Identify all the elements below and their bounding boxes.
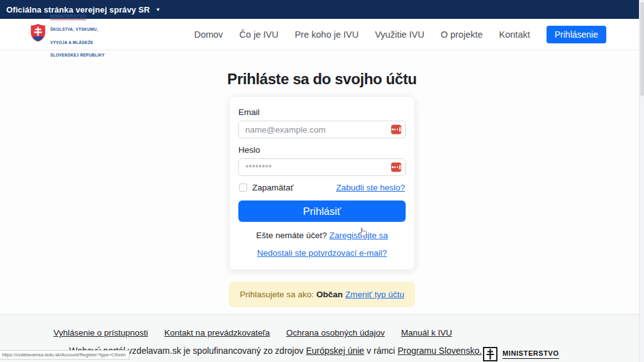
remember-label: Zapamätať xyxy=(252,183,294,192)
register-prompt: Ešte nemáte účet? xyxy=(256,231,327,240)
footer-ministry-logo: MINISTERSTVO ŠKOLSTVA, VÝSKUMU, xyxy=(483,347,577,362)
footer-link-manual[interactable]: Manuál k IVU xyxy=(401,328,452,337)
remember-checkbox[interactable] xyxy=(239,184,247,192)
footer-link-accessibility[interactable]: Vyhlásenie o prístupnosti xyxy=(53,328,148,337)
main-nav: Domov Čo je IVU Pre koho je IVU Využitie… xyxy=(194,26,606,43)
email-field[interactable] xyxy=(238,121,406,138)
login-nav-button[interactable]: Prihlásenie xyxy=(547,26,606,43)
password-label: Heslo xyxy=(238,145,406,155)
program-slovensko-link[interactable]: Programu Slovensko. xyxy=(397,346,482,356)
nav-item-co-je-ivu[interactable]: Čo je IVU xyxy=(240,30,279,40)
account-type-value: Občan xyxy=(316,290,343,299)
password-manager-extension-icon[interactable] xyxy=(391,125,401,134)
login-card: Email Heslo Zapamätať Zabudli ste heslo?… xyxy=(229,96,415,270)
mouse-cursor xyxy=(358,228,367,240)
nav-item-kontakt[interactable]: Kontakt xyxy=(499,30,530,40)
page-title: Prihláste sa do svojho účtu xyxy=(0,50,644,88)
account-type-notice: Prihlasujete sa ako:ObčanZmeniť typ účtu xyxy=(229,282,415,307)
password-manager-extension-icon[interactable] xyxy=(391,163,401,172)
nav-item-domov[interactable]: Domov xyxy=(194,30,223,40)
ministry-name: MINISTERSTVO xyxy=(50,13,86,20)
footer-ministry-name: MINISTERSTVO xyxy=(502,349,559,359)
email-label: Email xyxy=(238,107,406,117)
nav-item-o-projekte[interactable]: O projekte xyxy=(441,30,483,40)
funding-statement: Webový portál vzdelavam.sk je spolufinan… xyxy=(69,346,482,356)
ministry-line-1: ŠKOLSTVA, VÝSKUMU, xyxy=(50,27,98,31)
double-cross-icon xyxy=(483,347,497,361)
chevron-down-icon[interactable]: ▼ xyxy=(155,6,160,13)
resend-confirmation-link[interactable]: Nedostali ste potvrdzovací e-mail? xyxy=(257,248,387,258)
site-header: MINISTERSTVO ŠKOLSTVA, VÝSKUMU, VÝVOJA A… xyxy=(0,19,644,50)
footer-link-privacy[interactable]: Ochrana osobných údajov xyxy=(286,328,385,337)
password-field[interactable] xyxy=(238,158,406,176)
notice-prefix: Prihlasujete sa ako: xyxy=(240,290,314,299)
change-account-type-link[interactable]: Zmeniť typ účtu xyxy=(345,290,404,299)
scrollbar-thumb[interactable] xyxy=(640,2,644,96)
site-footer: Vyhlásenie o prístupnosti Kontakt na pre… xyxy=(0,314,644,362)
slovak-coat-of-arms-icon xyxy=(30,24,46,45)
login-submit-button[interactable]: Prihlásiť xyxy=(238,200,406,222)
nav-item-pre-koho-je-ivu[interactable]: Pre koho je IVU xyxy=(295,30,359,40)
funding-text-2: v rámci xyxy=(367,346,395,356)
ministry-line-2: VÝVOJA A MLÁDEŽE xyxy=(50,40,93,45)
footer-links: Vyhlásenie o prístupnosti Kontakt na pre… xyxy=(53,328,644,337)
eu-link[interactable]: Európskej únie xyxy=(306,346,364,356)
footer-link-operator-contact[interactable]: Kontakt na prevádzkovateľa xyxy=(164,328,270,337)
nav-item-vyuzitie-ivu[interactable]: Využitie IVU xyxy=(375,30,424,40)
scrollbar[interactable] xyxy=(639,0,644,362)
forgot-password-link[interactable]: Zabudli ste heslo? xyxy=(336,183,405,192)
link-url-statusbar: https://vzdelavamsa.iedu.sk/Account/Regi… xyxy=(0,350,130,359)
main-content: Prihláste sa do svojho účtu Email Heslo … xyxy=(0,50,644,314)
